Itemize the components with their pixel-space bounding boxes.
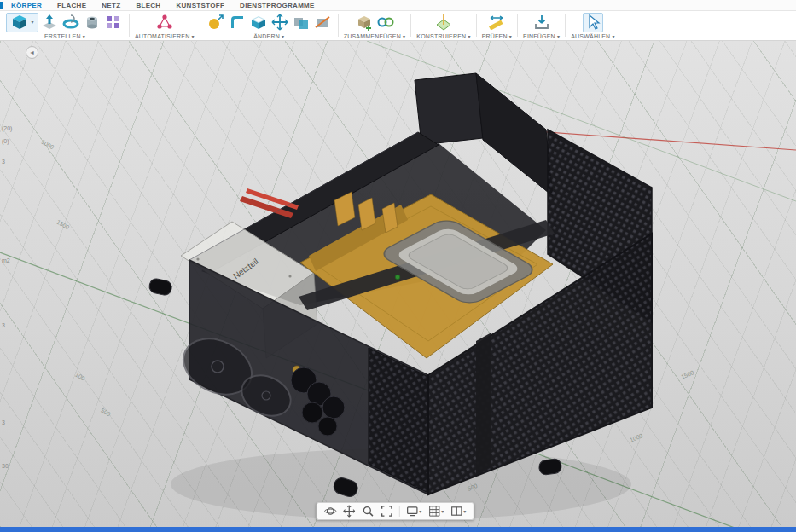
- chevron-down-icon: ▾: [403, 34, 405, 39]
- construction-plane-button[interactable]: [433, 13, 454, 32]
- model-3d[interactable]: Netzteil: [0, 41, 796, 527]
- zoom-icon: [361, 505, 374, 518]
- insert-button[interactable]: [532, 13, 552, 32]
- toolbar-separator: [338, 14, 339, 37]
- insert-icon: [532, 13, 551, 32]
- rear-panel-left[interactable]: [415, 73, 483, 145]
- fit-icon: [380, 505, 392, 518]
- tab-flaeche[interactable]: FLÄCHE: [49, 2, 94, 9]
- fit-button[interactable]: [380, 505, 392, 518]
- move-icon: [270, 13, 289, 32]
- tab-dienstprogramme[interactable]: DIENSTPROGRAMME: [232, 2, 322, 9]
- viewport-navbar: ▾ ▾ ▾: [316, 502, 474, 520]
- window-edge-accent: [0, 2, 3, 9]
- chevron-down-icon: ▾: [419, 509, 421, 514]
- chevron-down-icon: ▾: [557, 34, 560, 39]
- pruefen-menu[interactable]: PRÜFEN ▾: [482, 33, 512, 39]
- chevron-down-icon: ▾: [83, 34, 85, 39]
- screw: [288, 275, 291, 277]
- document-tabbar: KÖRPER FLÄCHE NETZ BLECH KUNSTSTOFF DIEN…: [0, 0, 796, 11]
- grid-settings-icon: [427, 505, 440, 518]
- toolbar-group-konstruieren: KONSTRUIEREN ▾: [412, 11, 474, 40]
- fusion-window: KÖRPER FLÄCHE NETZ BLECH KUNSTSTOFF DIEN…: [0, 0, 796, 532]
- toolbar-group-zusammenfuegen: ZUSAMMENFÜGEN ▾: [340, 11, 410, 40]
- toolbar-group-aendern: ÄNDERN ▾: [201, 11, 337, 40]
- zusammenfuegen-menu[interactable]: ZUSAMMENFÜGEN ▾: [344, 33, 406, 39]
- rear-panel-right[interactable]: [476, 73, 553, 196]
- shell-icon: [249, 13, 268, 32]
- new-component-button[interactable]: [354, 13, 375, 32]
- toolbar-group-pruefen: PRÜFEN ▾: [478, 11, 516, 40]
- foot-knob[interactable]: [148, 277, 173, 296]
- fillet-icon: [228, 13, 247, 32]
- toolbar-separator: [200, 14, 200, 37]
- origin-point[interactable]: [395, 275, 400, 280]
- measure-button[interactable]: [486, 13, 507, 32]
- split-body-button[interactable]: [312, 13, 333, 32]
- display-settings-icon: [405, 505, 418, 518]
- viewports-button[interactable]: ▾: [450, 505, 466, 518]
- display-settings-button[interactable]: ▾: [405, 505, 421, 518]
- create-solid-icon: [10, 13, 29, 32]
- pattern-button[interactable]: [103, 13, 124, 32]
- joint-icon: [376, 13, 395, 32]
- move-button[interactable]: [270, 13, 290, 32]
- toolbar-separator: [565, 14, 566, 37]
- grill-divider-post: [476, 332, 491, 474]
- zoom-button[interactable]: [361, 505, 374, 518]
- split-body-icon: [313, 13, 332, 32]
- press-pull-icon: [206, 13, 225, 32]
- konstruieren-menu[interactable]: KONSTRUIEREN ▾: [416, 33, 470, 39]
- select-button[interactable]: [583, 13, 603, 32]
- pan-icon: [342, 505, 355, 518]
- extrude-icon: [40, 13, 59, 32]
- automate-icon: [155, 13, 174, 32]
- press-pull-button[interactable]: [206, 13, 226, 32]
- chevron-down-icon: ▾: [441, 509, 444, 514]
- joint-button[interactable]: [375, 13, 396, 32]
- orbit-button[interactable]: [323, 505, 336, 518]
- tab-koerper[interactable]: KÖRPER: [3, 2, 49, 9]
- ribbon-toolbar: ▾: [0, 11, 796, 41]
- automatisieren-menu[interactable]: AUTOMATISIEREN ▾: [135, 33, 195, 39]
- toolbar-group-automatisieren: AUTOMATISIEREN ▾: [131, 11, 199, 40]
- viewport-canvas[interactable]: 1000 1500 100 500 1500 1000 500 (20) (0)…: [0, 41, 796, 527]
- chevron-down-icon: ▾: [192, 34, 195, 39]
- toolbar-group-auswaehlen: AUSWÄHLEN ▾: [566, 11, 619, 40]
- erstellen-menu[interactable]: ERSTELLEN ▾: [44, 33, 85, 39]
- toolbar-separator: [129, 14, 130, 37]
- tab-kunststoff[interactable]: KUNSTSTOFF: [168, 2, 232, 9]
- chevron-down-icon: ▾: [282, 34, 284, 39]
- pan-button[interactable]: [342, 505, 355, 518]
- revolve-icon: [61, 13, 80, 32]
- create-solid-button[interactable]: ▾: [6, 13, 38, 32]
- chevron-down-icon: ▾: [31, 20, 33, 25]
- navbar-separator: [398, 506, 399, 517]
- grid-settings-button[interactable]: ▾: [427, 505, 444, 518]
- shell-button[interactable]: [248, 13, 269, 32]
- chevron-down-icon: ▾: [613, 34, 615, 39]
- chevron-down-icon: ▾: [463, 509, 466, 514]
- chevron-down-icon: ▾: [509, 34, 512, 39]
- screw: [196, 257, 199, 260]
- automate-button[interactable]: [154, 13, 175, 32]
- einfuegen-menu[interactable]: EINFÜGEN ▾: [523, 33, 560, 39]
- aendern-menu[interactable]: ÄNDERN ▾: [253, 33, 284, 39]
- toolbar-separator: [476, 14, 477, 37]
- tab-netz[interactable]: NETZ: [94, 2, 128, 9]
- tab-blech[interactable]: BLECH: [128, 2, 168, 9]
- combine-button[interactable]: [291, 13, 311, 32]
- fillet-button[interactable]: [227, 13, 247, 32]
- toolbar-group-erstellen: ▾: [2, 11, 128, 40]
- auswaehlen-menu[interactable]: AUSWÄHLEN ▾: [571, 33, 615, 39]
- extrude-button[interactable]: [39, 13, 60, 32]
- revolve-button[interactable]: [61, 13, 81, 32]
- combine-icon: [292, 13, 311, 32]
- hole-button[interactable]: [82, 13, 102, 32]
- hole-icon: [83, 13, 102, 32]
- select-cursor-icon: [584, 13, 602, 32]
- toolbar-separator: [517, 14, 518, 37]
- toolbar-separator: [410, 14, 411, 37]
- taskbar-strip: [0, 527, 796, 532]
- chevron-down-icon: ▾: [468, 34, 470, 39]
